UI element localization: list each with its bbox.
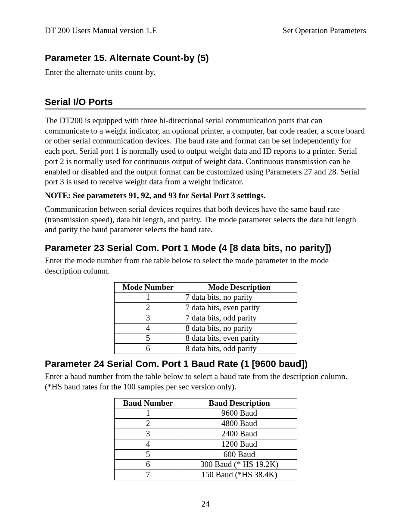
table-row: 27 data bits, even parity bbox=[114, 303, 297, 313]
baud-num: 1 bbox=[114, 408, 182, 419]
table-row: 24800 Baud bbox=[114, 419, 297, 429]
table-row: 7150 Baud (*HS 38.4K) bbox=[114, 470, 297, 480]
table-header-row: Baud Number Baud Description bbox=[114, 398, 297, 408]
baud-num: 6 bbox=[114, 460, 182, 470]
header-right: Set Operation Parameters bbox=[283, 26, 366, 35]
baud-desc: 600 Baud bbox=[182, 449, 297, 460]
mode-header-number: Mode Number bbox=[114, 282, 182, 292]
mode-desc: 8 data bits, no parity bbox=[182, 323, 297, 333]
table-row: 32400 Baud bbox=[114, 429, 297, 439]
mode-num: 4 bbox=[114, 323, 182, 333]
mode-desc: 7 data bits, odd parity bbox=[182, 313, 297, 323]
heading-param15: Parameter 15. Alternate Count-by (5) bbox=[45, 53, 366, 64]
heading-param23: Parameter 23 Serial Com. Port 1 Mode (4 … bbox=[45, 243, 366, 254]
baud-num: 4 bbox=[114, 439, 182, 449]
table-row: 58 data bits, even parity bbox=[114, 333, 297, 344]
baud-num: 3 bbox=[114, 429, 182, 439]
baud-desc: 9600 Baud bbox=[182, 408, 297, 419]
baud-desc: 2400 Baud bbox=[182, 429, 297, 439]
baud-header-description: Baud Description bbox=[182, 398, 297, 408]
page-number: 24 bbox=[0, 499, 411, 509]
baud-num: 2 bbox=[114, 419, 182, 429]
running-header: DT 200 Users Manual version 1.E Set Oper… bbox=[45, 26, 366, 35]
heading-param24: Parameter 24 Serial Com. Port 1 Baud Rat… bbox=[45, 358, 366, 370]
mode-num: 2 bbox=[114, 303, 182, 313]
paragraph-param24: Enter a baud number from the table below… bbox=[45, 371, 366, 392]
paragraph-serial-2: Communication between serial devices req… bbox=[45, 204, 366, 235]
header-left: DT 200 Users Manual version 1.E bbox=[45, 26, 157, 35]
mode-table: Mode Number Mode Description 17 data bit… bbox=[114, 282, 297, 355]
mode-num: 6 bbox=[114, 344, 182, 354]
mode-desc: 8 data bits, even parity bbox=[182, 333, 297, 344]
paragraph-serial-1: The DT200 is equipped with three bi-dire… bbox=[45, 115, 366, 187]
table-row: 68 data bits, odd parity bbox=[114, 344, 297, 354]
baud-desc: 4800 Baud bbox=[182, 419, 297, 429]
document-page: DT 200 Users Manual version 1.E Set Oper… bbox=[0, 0, 411, 532]
table-header-row: Mode Number Mode Description bbox=[114, 282, 297, 292]
baud-desc: 300 Baud (* HS 19.2K) bbox=[182, 460, 297, 470]
mode-header-description: Mode Description bbox=[182, 282, 297, 292]
table-row: 41200 Baud bbox=[114, 439, 297, 449]
mode-desc: 8 data bits, odd parity bbox=[182, 344, 297, 354]
paragraph-param23: Enter the mode number from the table bel… bbox=[45, 255, 366, 276]
heading-serial-io: Serial I/O Ports bbox=[45, 96, 366, 109]
table-row: 17 data bits, no parity bbox=[114, 292, 297, 303]
mode-desc: 7 data bits, even parity bbox=[182, 303, 297, 313]
table-row: 37 data bits, odd parity bbox=[114, 313, 297, 323]
table-row: 48 data bits, no parity bbox=[114, 323, 297, 333]
baud-table: Baud Number Baud Description 19600 Baud … bbox=[114, 398, 297, 480]
baud-desc: 150 Baud (*HS 38.4K) bbox=[182, 470, 297, 480]
baud-header-number: Baud Number bbox=[114, 398, 182, 408]
baud-desc: 1200 Baud bbox=[182, 439, 297, 449]
baud-num: 5 bbox=[114, 449, 182, 460]
mode-desc: 7 data bits, no parity bbox=[182, 292, 297, 303]
baud-num: 7 bbox=[114, 470, 182, 480]
table-row: 6300 Baud (* HS 19.2K) bbox=[114, 460, 297, 470]
mode-num: 5 bbox=[114, 333, 182, 344]
mode-num: 1 bbox=[114, 292, 182, 303]
paragraph-param15: Enter the alternate units count-by. bbox=[45, 67, 366, 78]
table-row: 19600 Baud bbox=[114, 408, 297, 419]
mode-num: 3 bbox=[114, 313, 182, 323]
note-serial: NOTE: See parameters 91, 92, and 93 for … bbox=[45, 190, 366, 201]
table-row: 5600 Baud bbox=[114, 449, 297, 460]
